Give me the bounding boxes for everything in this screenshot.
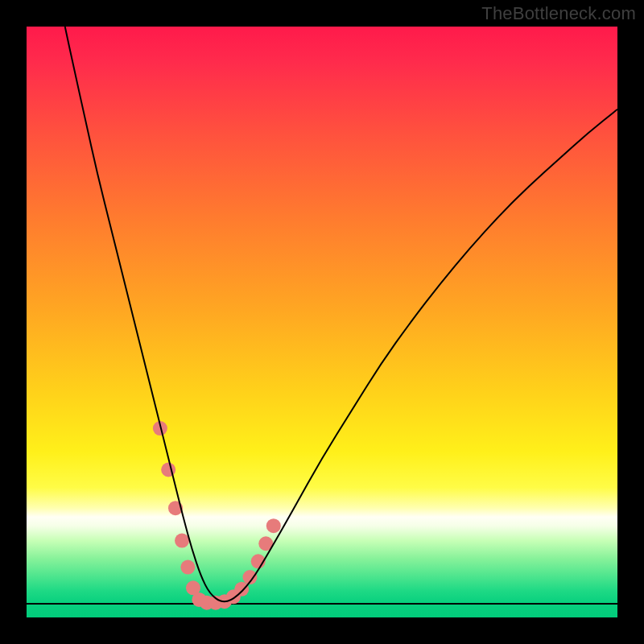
- chart-frame: TheBottleneck.com: [0, 0, 644, 644]
- highlight-dot: [180, 560, 195, 575]
- highlight-dot: [266, 518, 281, 533]
- highlight-dot: [161, 463, 175, 477]
- bottleneck-chart: [0, 0, 644, 644]
- highlight-dot: [234, 582, 249, 597]
- watermark-text: TheBottleneck.com: [481, 3, 636, 24]
- highlight-dot: [175, 534, 189, 548]
- plot-background: [27, 27, 617, 617]
